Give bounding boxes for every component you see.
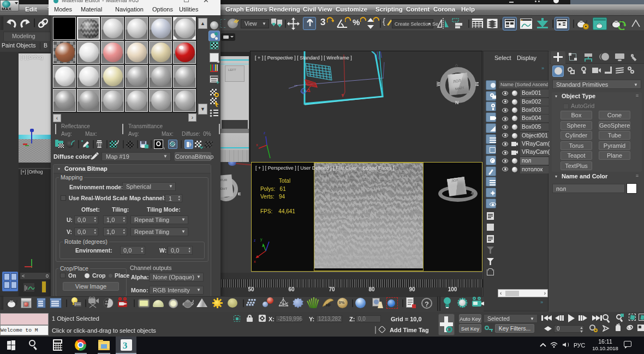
svg-text:z: z <box>254 238 256 242</box>
svg-text:z: z <box>264 131 266 135</box>
svg-text:y: y <box>260 237 263 242</box>
svg-text:x: x <box>254 260 256 263</box>
svg-text:x: x <box>256 143 258 147</box>
svg-text:HF: HF <box>326 303 331 307</box>
